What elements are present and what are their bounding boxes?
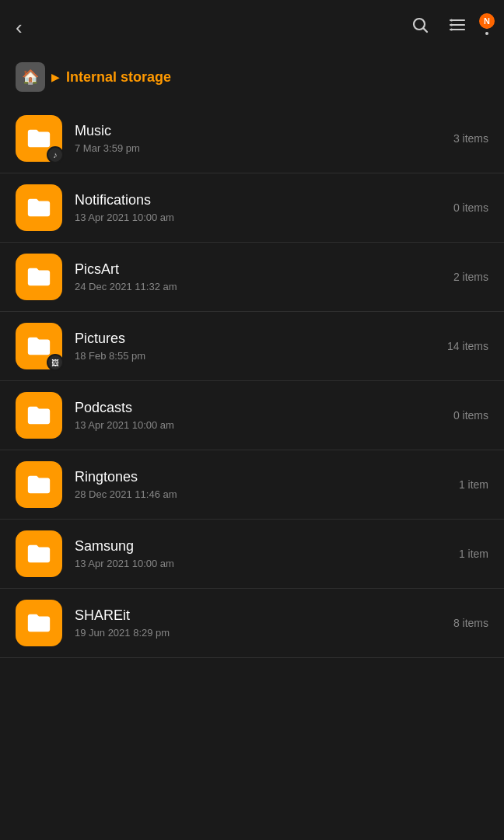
folder-badge-music: ♪ (47, 146, 64, 163)
folder-item[interactable]: PicsArt 24 Dec 2021 11:32 am 2 items (0, 243, 504, 312)
folder-icon (16, 184, 62, 231)
app-header: ‹ (0, 0, 504, 54)
folder-count: 14 items (447, 340, 488, 352)
header-left: ‹ (16, 16, 23, 40)
folder-date: 13 Apr 2021 10:00 am (75, 212, 453, 223)
folder-date: 7 Mar 3:59 pm (75, 142, 453, 154)
search-icon[interactable] (411, 16, 429, 39)
breadcrumb-arrow: ▶ (51, 71, 60, 83)
folder-info: Music 7 Mar 3:59 pm (75, 123, 453, 154)
notification-badge: N (479, 13, 495, 29)
menu-button[interactable]: N (485, 19, 488, 35)
folder-icon (16, 461, 62, 508)
breadcrumb-path: Internal storage (66, 69, 171, 86)
list-view-icon[interactable] (448, 16, 467, 39)
folder-icon (16, 392, 62, 439)
folder-name: PicsArt (75, 261, 453, 278)
svg-point-8 (450, 29, 453, 31)
folder-count: 0 items (453, 409, 488, 422)
folder-info: Pictures 18 Feb 8:55 pm (75, 331, 447, 362)
folder-info: SHAREit 19 Jun 2021 8:29 pm (75, 607, 453, 639)
folder-count: 8 items (453, 617, 488, 629)
folder-name: Samsung (75, 538, 459, 555)
folder-count: 0 items (453, 201, 488, 214)
home-icon: 🏠 (22, 68, 39, 86)
folder-info: Ringtones 28 Dec 2021 11:46 am (75, 469, 459, 500)
back-button[interactable]: ‹ (16, 16, 23, 40)
folder-badge-image: 🖼 (47, 354, 64, 371)
folder-date: 19 Jun 2021 8:29 pm (75, 627, 453, 639)
folder-icon-wrapper (16, 392, 62, 439)
folder-date: 24 Dec 2021 11:32 am (75, 281, 453, 292)
folder-date: 13 Apr 2021 10:00 am (75, 419, 453, 431)
folder-icon-wrapper: ♪ (16, 115, 62, 162)
folder-name: SHAREit (75, 607, 453, 624)
folder-name: Notifications (75, 192, 453, 208)
breadcrumb: 🏠 ▶ Internal storage (0, 54, 504, 104)
folder-item[interactable]: Podcasts 13 Apr 2021 10:00 am 0 items (0, 381, 504, 450)
folder-item[interactable]: ♪ Music 7 Mar 3:59 pm 3 items (0, 104, 504, 173)
folder-count: 1 item (459, 548, 488, 560)
folder-item[interactable]: Ringtones 28 Dec 2021 11:46 am 1 item (0, 450, 504, 520)
folder-icon-wrapper: 🖼 (16, 323, 62, 369)
folder-name: Podcasts (75, 400, 453, 416)
folder-icon-wrapper (16, 600, 62, 646)
folder-date: 13 Apr 2021 10:00 am (75, 558, 459, 569)
header-right: N (411, 16, 488, 39)
folder-info: Notifications 13 Apr 2021 10:00 am (75, 192, 453, 223)
folder-count: 3 items (453, 132, 488, 145)
folder-item[interactable]: 🖼 Pictures 18 Feb 8:55 pm 14 items (0, 312, 504, 381)
folder-icon-wrapper (16, 461, 62, 508)
folder-name: Pictures (75, 331, 447, 347)
folder-icon-wrapper (16, 530, 62, 577)
folder-info: PicsArt 24 Dec 2021 11:32 am (75, 261, 453, 292)
svg-point-7 (450, 24, 453, 26)
folder-item[interactable]: Notifications 13 Apr 2021 10:00 am 0 ite… (0, 173, 504, 243)
folder-count: 1 item (459, 478, 488, 491)
svg-line-1 (424, 29, 427, 32)
folder-name: Ringtones (75, 469, 459, 485)
folder-icon (16, 530, 62, 577)
home-button[interactable]: 🏠 (16, 62, 45, 92)
folder-icon-wrapper (16, 184, 62, 231)
svg-point-6 (450, 19, 453, 22)
folder-item[interactable]: SHAREit 19 Jun 2021 8:29 pm 8 items (0, 589, 504, 658)
folder-info: Samsung 13 Apr 2021 10:00 am (75, 538, 459, 569)
folder-date: 28 Dec 2021 11:46 am (75, 488, 459, 500)
folder-name: Music (75, 123, 453, 139)
folder-icon (16, 600, 62, 646)
folder-icon-wrapper (16, 254, 62, 300)
folder-date: 18 Feb 8:55 pm (75, 350, 447, 362)
folder-count: 2 items (453, 271, 488, 283)
folder-item[interactable]: Samsung 13 Apr 2021 10:00 am 1 item (0, 520, 504, 589)
folder-info: Podcasts 13 Apr 2021 10:00 am (75, 400, 453, 431)
folder-list: ♪ Music 7 Mar 3:59 pm 3 items Notificati… (0, 104, 504, 658)
folder-icon (16, 254, 62, 300)
